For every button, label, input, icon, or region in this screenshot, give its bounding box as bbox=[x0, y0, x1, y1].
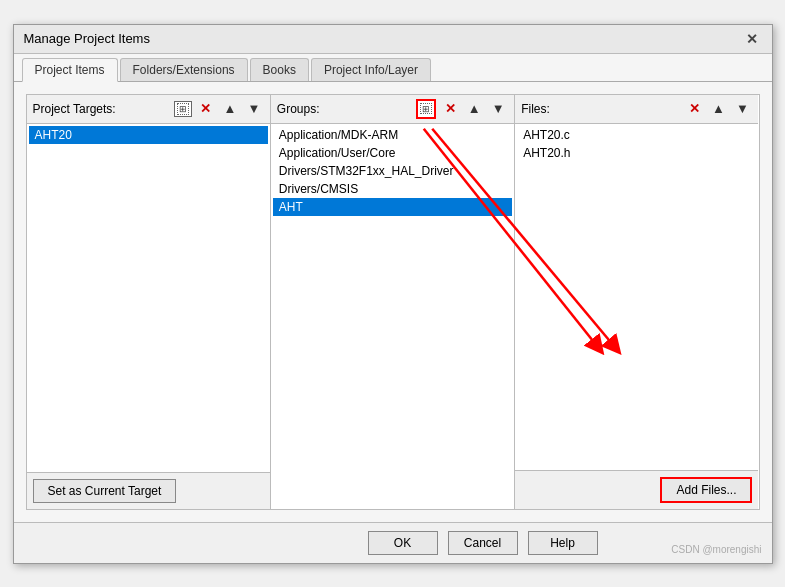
groups-new-icon: ⊞ bbox=[420, 103, 432, 114]
files-panel: Files: ✕ ▲ ▼ AHT20.c AHT20.h Add bbox=[515, 95, 758, 509]
files-up-icon: ▲ bbox=[712, 101, 725, 116]
targets-down-button[interactable]: ▼ bbox=[244, 99, 264, 119]
add-files-button[interactable]: Add Files... bbox=[660, 477, 752, 503]
targets-list: AHT20 bbox=[27, 124, 270, 472]
groups-delete-icon: ✕ bbox=[445, 101, 456, 116]
group-item-drivers-hal[interactable]: Drivers/STM32F1xx_HAL_Driver bbox=[273, 162, 512, 180]
groups-title: Groups: bbox=[277, 102, 412, 116]
groups-panel: Groups: ⊞ ✕ ▲ ▼ Application/MDK-ARM bbox=[271, 95, 515, 509]
group-item-app-user[interactable]: Application/User/Core bbox=[273, 144, 512, 162]
watermark: CSDN @morengishi bbox=[671, 544, 761, 555]
tab-project-info-layer[interactable]: Project Info/Layer bbox=[311, 58, 431, 81]
groups-down-button[interactable]: ▼ bbox=[488, 99, 508, 119]
files-down-button[interactable]: ▼ bbox=[732, 99, 752, 119]
bottom-bar: OK Cancel Help CSDN @morengishi bbox=[14, 522, 772, 563]
targets-panel: Project Targets: ⊞ ✕ ▲ ▼ AHT20 bbox=[27, 95, 271, 509]
files-delete-button[interactable]: ✕ bbox=[684, 99, 704, 119]
targets-delete-button[interactable]: ✕ bbox=[196, 99, 216, 119]
ok-button[interactable]: OK bbox=[368, 531, 438, 555]
groups-new-button[interactable]: ⊞ bbox=[416, 99, 436, 119]
panels-container: Project Targets: ⊞ ✕ ▲ ▼ AHT20 bbox=[26, 94, 760, 510]
help-button[interactable]: Help bbox=[528, 531, 598, 555]
group-item-app-mdk[interactable]: Application/MDK-ARM bbox=[273, 126, 512, 144]
groups-header: Groups: ⊞ ✕ ▲ ▼ bbox=[271, 95, 514, 124]
groups-up-icon: ▲ bbox=[468, 101, 481, 116]
groups-up-button[interactable]: ▲ bbox=[464, 99, 484, 119]
targets-delete-icon: ✕ bbox=[200, 101, 211, 116]
files-title: Files: bbox=[521, 102, 680, 116]
content-area: Project Targets: ⊞ ✕ ▲ ▼ AHT20 bbox=[14, 82, 772, 522]
tab-books[interactable]: Books bbox=[250, 58, 309, 81]
targets-up-icon: ▲ bbox=[223, 101, 236, 116]
target-item-aht20[interactable]: AHT20 bbox=[29, 126, 268, 144]
targets-title: Project Targets: bbox=[33, 102, 170, 116]
files-list: AHT20.c AHT20.h bbox=[515, 124, 758, 470]
close-button[interactable]: ✕ bbox=[742, 31, 762, 47]
targets-down-icon: ▼ bbox=[247, 101, 260, 116]
manage-project-items-dialog: Manage Project Items ✕ Project Items Fol… bbox=[13, 24, 773, 564]
files-delete-icon: ✕ bbox=[689, 101, 700, 116]
tabs-bar: Project Items Folders/Extensions Books P… bbox=[14, 54, 772, 82]
group-item-drivers-cmsis[interactable]: Drivers/CMSIS bbox=[273, 180, 512, 198]
groups-list: Application/MDK-ARM Application/User/Cor… bbox=[271, 124, 514, 509]
targets-up-button[interactable]: ▲ bbox=[220, 99, 240, 119]
targets-new-icon: ⊞ bbox=[177, 103, 189, 115]
set-current-target-button[interactable]: Set as Current Target bbox=[33, 479, 177, 503]
file-item-aht20h[interactable]: AHT20.h bbox=[517, 144, 756, 162]
title-bar: Manage Project Items ✕ bbox=[14, 25, 772, 54]
tab-folders-extensions[interactable]: Folders/Extensions bbox=[120, 58, 248, 81]
targets-footer: Set as Current Target bbox=[27, 472, 270, 509]
files-up-button[interactable]: ▲ bbox=[708, 99, 728, 119]
dialog-title: Manage Project Items bbox=[24, 31, 150, 46]
tab-project-items[interactable]: Project Items bbox=[22, 58, 118, 82]
cancel-button[interactable]: Cancel bbox=[448, 531, 518, 555]
group-item-aht[interactable]: AHT bbox=[273, 198, 512, 216]
files-header: Files: ✕ ▲ ▼ bbox=[515, 95, 758, 124]
files-down-icon: ▼ bbox=[736, 101, 749, 116]
groups-down-icon: ▼ bbox=[492, 101, 505, 116]
groups-delete-button[interactable]: ✕ bbox=[440, 99, 460, 119]
file-item-aht20c[interactable]: AHT20.c bbox=[517, 126, 756, 144]
files-footer: Add Files... bbox=[515, 470, 758, 509]
targets-header: Project Targets: ⊞ ✕ ▲ ▼ bbox=[27, 95, 270, 124]
targets-new-button[interactable]: ⊞ bbox=[174, 101, 192, 117]
